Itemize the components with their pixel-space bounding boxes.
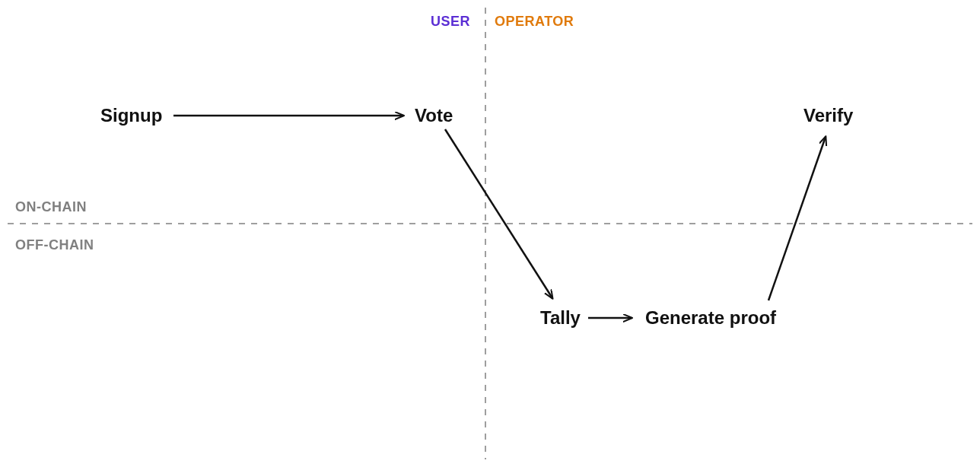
node-generate-proof: Generate proof bbox=[645, 307, 776, 329]
arrow-generate-proof-to-verify bbox=[768, 137, 826, 300]
node-signup: Signup bbox=[100, 105, 162, 126]
diagram-svg bbox=[0, 0, 980, 467]
node-verify: Verify bbox=[803, 105, 853, 126]
axis-on-chain-label: ON-CHAIN bbox=[15, 199, 87, 215]
arrow-vote-to-tally bbox=[445, 129, 552, 298]
node-tally: Tally bbox=[540, 307, 581, 329]
header-user-label: USER bbox=[431, 14, 470, 30]
header-operator-label: OPERATOR bbox=[495, 14, 574, 30]
axis-off-chain-label: OFF-CHAIN bbox=[15, 237, 94, 253]
diagram-canvas: USER OPERATOR ON-CHAIN OFF-CHAIN Signup … bbox=[0, 0, 980, 467]
node-vote: Vote bbox=[415, 105, 453, 126]
